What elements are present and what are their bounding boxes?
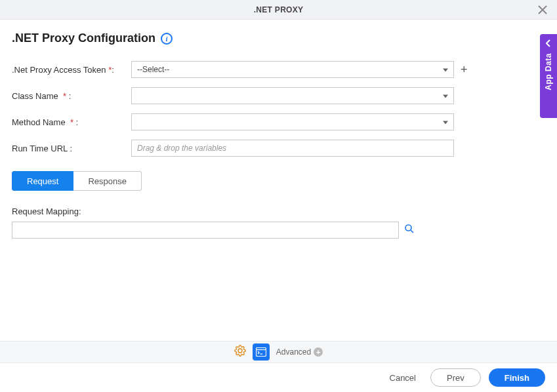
runtime-url-row: Run Time URL : <box>12 140 545 157</box>
bottom-toolbar: Advanced + <box>0 341 557 363</box>
dialog-header: .NET PROXY <box>0 0 557 20</box>
advanced-label-text: Advanced <box>276 347 311 357</box>
close-icon[interactable] <box>536 3 549 16</box>
access-token-row: .Net Proxy Access Token *: --Select-- + <box>12 61 545 78</box>
access-token-label: .Net Proxy Access Token *: <box>12 65 131 75</box>
method-name-row: Method Name * : <box>12 113 545 130</box>
runtime-url-label: Run Time URL : <box>12 144 131 153</box>
colon: : <box>69 91 72 101</box>
method-name-select[interactable] <box>131 113 454 130</box>
runtime-url-input[interactable] <box>131 140 454 157</box>
access-token-select[interactable]: --Select-- <box>131 61 454 78</box>
cancel-label: Cancel <box>390 373 416 383</box>
cancel-button[interactable]: Cancel <box>383 369 423 387</box>
footer: Cancel Prev Finish <box>0 363 557 392</box>
app-data-side-tab[interactable]: App Data <box>540 34 557 118</box>
required-marker: * <box>63 91 66 101</box>
side-tab-label: App Data <box>544 53 553 90</box>
colon: : <box>112 65 114 75</box>
info-icon[interactable]: i <box>161 33 173 45</box>
class-name-row: Class Name * : <box>12 87 545 104</box>
colon: : <box>76 117 79 127</box>
request-mapping-label: Request Mapping: <box>12 206 545 216</box>
tab-response-label: Response <box>88 176 127 186</box>
add-token-icon[interactable]: + <box>461 64 468 75</box>
request-mapping-input[interactable] <box>12 222 399 239</box>
dialog-title: .NET PROXY <box>254 5 304 14</box>
plus-circle-icon: + <box>314 347 323 357</box>
gear-icon[interactable] <box>234 345 246 360</box>
class-name-select[interactable] <box>131 87 454 104</box>
required-marker: * <box>70 117 73 127</box>
tab-request[interactable]: Request <box>12 171 73 191</box>
search-icon[interactable] <box>404 224 415 237</box>
finish-button[interactable]: Finish <box>489 368 545 387</box>
advanced-button[interactable]: Advanced + <box>276 347 323 357</box>
method-name-label: Method Name * : <box>12 117 131 127</box>
chevron-left-icon <box>546 39 551 49</box>
page-title-row: .NET Proxy Configuration i <box>12 31 545 45</box>
tabs: Request Response <box>12 171 545 191</box>
svg-line-1 <box>411 230 413 233</box>
page-title: .NET Proxy Configuration <box>12 31 155 45</box>
svg-point-0 <box>405 225 411 231</box>
class-name-label-text: Class Name <box>12 91 58 101</box>
tab-response[interactable]: Response <box>73 171 142 191</box>
tab-request-label: Request <box>27 176 58 186</box>
access-token-value: --Select-- <box>137 65 169 74</box>
prev-button[interactable]: Prev <box>430 368 481 387</box>
method-name-label-text: Method Name <box>12 117 66 127</box>
prev-label: Prev <box>447 373 464 383</box>
request-mapping-row <box>12 222 545 239</box>
svg-rect-2 <box>256 348 266 357</box>
finish-label: Finish <box>505 373 529 383</box>
terminal-icon[interactable] <box>253 343 270 361</box>
access-token-label-text: .Net Proxy Access Token <box>12 65 106 75</box>
main-body: .NET Proxy Configuration i .Net Proxy Ac… <box>0 20 557 239</box>
class-name-label: Class Name * : <box>12 91 131 101</box>
